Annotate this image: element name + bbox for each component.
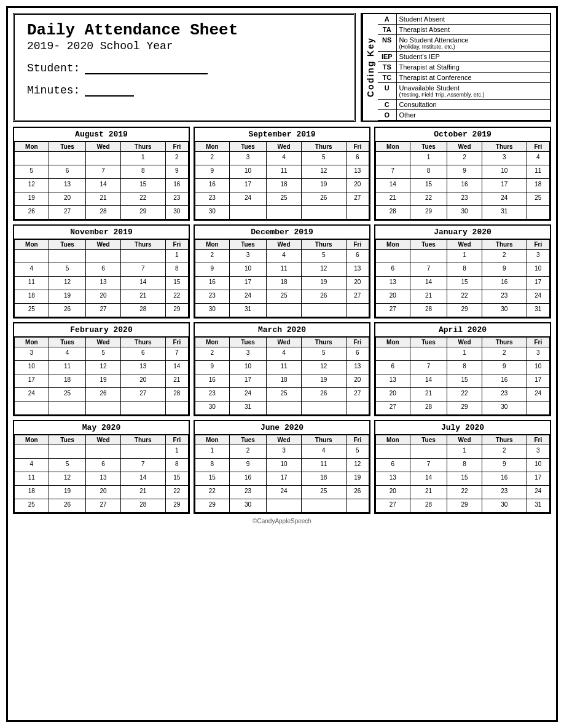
calendar-cell[interactable]: 1 [165,445,188,459]
calendar-cell[interactable]: 18 [267,179,302,192]
calendar-cell[interactable]: 17 [482,179,527,192]
calendar-cell[interactable]: 3 [15,347,49,361]
calendar-cell[interactable]: 9 [229,459,267,472]
calendar-cell[interactable]: 2 [482,347,527,361]
calendar-cell[interactable]: 4 [301,445,346,459]
calendar-cell[interactable]: 28 [410,402,447,415]
calendar-cell[interactable]: 15 [447,374,482,388]
calendar-cell[interactable]: 13 [86,472,121,486]
calendar-cell[interactable]: 22 [447,290,482,304]
calendar-cell[interactable]: 27 [120,388,165,402]
calendar-cell[interactable] [267,206,302,220]
calendar-cell[interactable]: 15 [410,179,447,192]
calendar-cell[interactable]: 2 [195,152,230,165]
calendar-cell[interactable] [86,152,121,165]
calendar-cell[interactable]: 4 [267,347,302,361]
calendar-cell[interactable]: 21 [165,374,188,388]
calendar-cell[interactable]: 14 [120,277,165,290]
calendar-cell[interactable]: 12 [49,277,86,290]
calendar-cell[interactable] [86,250,121,263]
calendar-cell[interactable]: 28 [120,304,165,317]
calendar-cell[interactable]: 18 [15,290,49,304]
calendar-cell[interactable]: 25 [267,388,302,402]
calendar-cell[interactable]: 23 [447,192,482,206]
calendar-cell[interactable]: 20 [376,486,410,499]
calendar-cell[interactable]: 17 [527,472,549,486]
calendar-cell[interactable]: 7 [410,459,447,472]
calendar-cell[interactable]: 27 [376,304,410,317]
calendar-cell[interactable]: 4 [15,263,49,277]
calendar-cell[interactable]: 16 [195,277,230,290]
calendar-cell[interactable]: 1 [165,250,188,263]
calendar-cell[interactable] [301,499,346,513]
calendar-cell[interactable]: 4 [267,152,302,165]
calendar-cell[interactable]: 26 [301,192,346,206]
calendar-cell[interactable]: 19 [301,277,346,290]
calendar-cell[interactable]: 29 [195,499,230,513]
calendar-cell[interactable]: 3 [229,250,267,263]
calendar-cell[interactable]: 20 [346,277,369,290]
calendar-cell[interactable]: 20 [346,179,369,192]
calendar-cell[interactable]: 12 [15,179,49,192]
calendar-cell[interactable]: 16 [482,472,527,486]
calendar-cell[interactable]: 14 [376,179,410,192]
calendar-cell[interactable]: 11 [301,459,346,472]
calendar-cell[interactable]: 27 [346,290,369,304]
calendar-cell[interactable]: 29 [447,499,482,513]
minutes-field[interactable] [85,84,134,97]
calendar-cell[interactable]: 19 [301,179,346,192]
calendar-cell[interactable]: 11 [267,165,302,179]
calendar-cell[interactable]: 15 [447,472,482,486]
calendar-cell[interactable]: 9 [482,263,527,277]
calendar-cell[interactable]: 24 [15,388,49,402]
calendar-cell[interactable] [15,445,49,459]
calendar-cell[interactable]: 16 [165,179,188,192]
calendar-cell[interactable]: 26 [49,304,86,317]
calendar-cell[interactable]: 1 [195,445,230,459]
calendar-cell[interactable]: 24 [229,192,267,206]
calendar-cell[interactable] [267,304,302,317]
calendar-cell[interactable]: 6 [120,347,165,361]
calendar-cell[interactable]: 2 [195,347,230,361]
calendar-cell[interactable]: 8 [447,361,482,374]
calendar-cell[interactable] [346,402,369,415]
calendar-cell[interactable] [376,152,410,165]
calendar-cell[interactable]: 11 [527,165,549,179]
calendar-cell[interactable]: 22 [447,388,482,402]
calendar-cell[interactable]: 18 [15,486,49,499]
calendar-cell[interactable]: 19 [15,192,49,206]
calendar-cell[interactable]: 8 [447,263,482,277]
calendar-cell[interactable] [346,499,369,513]
calendar-cell[interactable]: 31 [527,499,549,513]
calendar-cell[interactable]: 2 [195,250,230,263]
calendar-cell[interactable]: 30 [482,402,527,415]
calendar-cell[interactable]: 8 [410,165,447,179]
calendar-cell[interactable] [376,250,410,263]
calendar-cell[interactable]: 12 [86,361,121,374]
calendar-cell[interactable]: 20 [86,486,121,499]
calendar-cell[interactable]: 12 [49,472,86,486]
calendar-cell[interactable]: 22 [410,192,447,206]
calendar-cell[interactable] [376,347,410,361]
calendar-cell[interactable]: 14 [410,374,447,388]
calendar-cell[interactable]: 22 [195,486,230,499]
calendar-cell[interactable]: 6 [346,347,369,361]
calendar-cell[interactable]: 5 [49,263,86,277]
calendar-cell[interactable]: 31 [229,304,267,317]
calendar-cell[interactable]: 13 [376,472,410,486]
calendar-cell[interactable]: 18 [267,277,302,290]
calendar-cell[interactable]: 1 [120,152,165,165]
calendar-cell[interactable] [49,152,86,165]
calendar-cell[interactable]: 29 [447,304,482,317]
calendar-cell[interactable]: 21 [86,192,121,206]
calendar-cell[interactable] [15,250,49,263]
calendar-cell[interactable] [120,402,165,415]
calendar-cell[interactable]: 20 [86,290,121,304]
calendar-cell[interactable]: 1 [447,347,482,361]
calendar-cell[interactable]: 24 [527,388,549,402]
calendar-cell[interactable]: 7 [120,459,165,472]
calendar-cell[interactable]: 20 [49,192,86,206]
calendar-cell[interactable] [49,445,86,459]
calendar-cell[interactable]: 22 [120,192,165,206]
calendar-cell[interactable]: 2 [229,445,267,459]
